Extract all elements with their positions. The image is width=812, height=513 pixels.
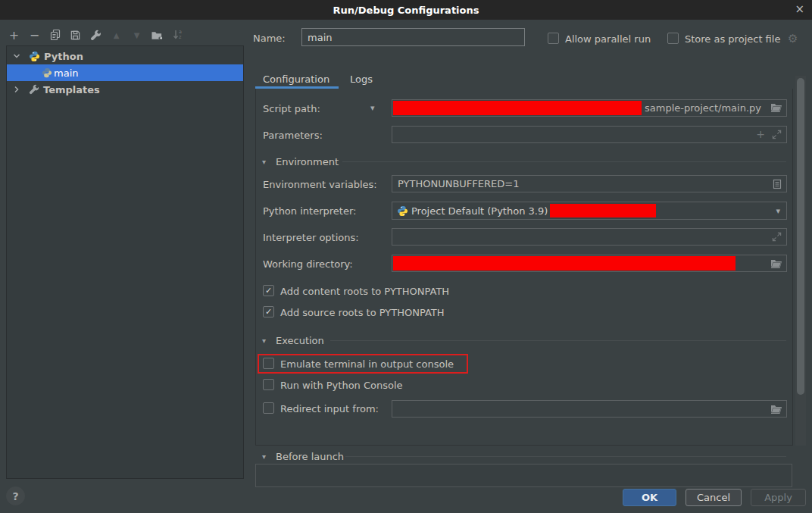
environment-variables-input[interactable]: PYTHONUNBUFFERED=1 bbox=[392, 175, 787, 192]
move-up-button[interactable]: ▲ bbox=[110, 29, 123, 42]
dialog-title: Run/Debug Configurations bbox=[333, 5, 479, 16]
edit-templates-wrench-icon[interactable] bbox=[89, 29, 102, 42]
allow-parallel-run-checkbox[interactable] bbox=[548, 33, 559, 44]
environment-section-caret-icon[interactable]: ▾ bbox=[262, 158, 266, 166]
folder-icon[interactable] bbox=[770, 102, 782, 113]
python-interpreter-label: Python interpreter: bbox=[263, 205, 356, 217]
before-launch-task-list[interactable] bbox=[255, 464, 792, 487]
before-launch-section-caret-icon[interactable]: ▾ bbox=[262, 452, 266, 461]
name-input[interactable]: main bbox=[301, 28, 525, 46]
tab-configuration[interactable]: Configuration bbox=[263, 74, 329, 85]
close-icon[interactable]: × bbox=[795, 2, 804, 16]
python-logo-icon bbox=[397, 205, 408, 217]
new-folder-icon[interactable] bbox=[151, 29, 164, 42]
check-icon: ✓ bbox=[265, 286, 272, 296]
ok-button[interactable]: OK bbox=[623, 489, 676, 506]
tree-item-python[interactable]: Python bbox=[7, 48, 243, 64]
execution-section-caret-icon[interactable]: ▾ bbox=[262, 336, 266, 345]
script-path-label: Script path: bbox=[263, 103, 320, 114]
svg-text:z: z bbox=[179, 34, 182, 40]
configurations-toolbar: + − ▲ ▼ bbox=[8, 27, 184, 42]
before-launch-section-label[interactable]: Before launch bbox=[276, 451, 344, 462]
emulate-terminal-label[interactable]: Emulate terminal in output console bbox=[280, 358, 454, 370]
cancel-button-label: Cancel bbox=[697, 492, 730, 503]
environment-variables-label: Environment variables: bbox=[263, 179, 377, 190]
tree-item-main[interactable]: main bbox=[7, 64, 243, 81]
interpreter-options-label: Interpreter options: bbox=[263, 232, 359, 243]
python-logo-icon bbox=[29, 51, 40, 62]
store-as-project-file-checkbox[interactable] bbox=[667, 33, 679, 44]
run-with-python-console-label[interactable]: Run with Python Console bbox=[280, 380, 403, 391]
environment-section-label[interactable]: Environment bbox=[276, 156, 339, 167]
allow-parallel-run-label[interactable]: Allow parallel run bbox=[565, 33, 651, 45]
redirect-input-label[interactable]: Redirect input from: bbox=[280, 403, 379, 414]
apply-button[interactable]: Apply bbox=[751, 489, 806, 506]
redirect-input-checkbox[interactable] bbox=[263, 402, 274, 414]
macros-plus-icon[interactable]: + bbox=[756, 128, 765, 140]
script-path-dropdown-caret-icon[interactable]: ▾ bbox=[370, 103, 375, 113]
help-button[interactable]: ? bbox=[6, 486, 25, 505]
folder-icon[interactable] bbox=[770, 404, 782, 414]
cancel-button[interactable]: Cancel bbox=[686, 489, 742, 506]
apply-button-label: Apply bbox=[764, 492, 792, 503]
parameters-label: Parameters: bbox=[263, 130, 323, 141]
tab-logs[interactable]: Logs bbox=[350, 74, 373, 85]
run-with-python-console-checkbox[interactable] bbox=[263, 379, 274, 390]
expand-field-icon[interactable] bbox=[772, 130, 782, 139]
help-icon: ? bbox=[12, 490, 18, 502]
redaction-overlay bbox=[393, 101, 642, 115]
python-script-icon bbox=[42, 67, 52, 78]
chevron-right-icon[interactable] bbox=[13, 86, 23, 93]
store-as-project-file-label[interactable]: Store as project file bbox=[685, 33, 780, 45]
gear-icon[interactable]: ⚙ bbox=[788, 32, 798, 45]
configurations-tree-panel: Python main Templates bbox=[6, 45, 244, 479]
templates-wrench-icon bbox=[29, 84, 39, 95]
environment-variables-value: PYTHONUNBUFFERED=1 bbox=[398, 178, 519, 189]
parameters-input[interactable]: + bbox=[392, 126, 787, 143]
run-debug-configurations-dialog: Run/Debug Configurations × + − ▲ ▼ bbox=[0, 0, 812, 513]
interpreter-dropdown-caret-icon[interactable]: ▾ bbox=[776, 206, 780, 216]
folder-icon[interactable] bbox=[770, 258, 782, 269]
expand-field-icon[interactable] bbox=[772, 232, 782, 242]
remove-configuration-button[interactable]: − bbox=[28, 29, 41, 42]
scrollbar-thumb[interactable] bbox=[797, 78, 804, 395]
python-interpreter-value: Project Default (Python 3.9) bbox=[411, 205, 548, 217]
script-path-value: sample-project/main.py bbox=[645, 102, 761, 114]
chevron-down-icon[interactable] bbox=[13, 52, 23, 60]
browse-variables-icon[interactable] bbox=[773, 179, 782, 189]
ok-button-label: OK bbox=[642, 492, 657, 503]
redaction-overlay bbox=[550, 204, 656, 217]
interpreter-options-input[interactable] bbox=[392, 228, 787, 246]
move-down-button[interactable]: ▼ bbox=[130, 29, 143, 42]
name-label: Name: bbox=[253, 33, 286, 44]
name-value: main bbox=[308, 32, 332, 43]
add-source-roots-checkbox[interactable]: ✓ bbox=[263, 306, 274, 317]
execution-section-label[interactable]: Execution bbox=[276, 335, 324, 346]
tree-item-label: Python bbox=[44, 51, 83, 62]
sort-configurations-icon[interactable]: a z bbox=[171, 29, 184, 42]
title-bar: Run/Debug Configurations bbox=[0, 0, 812, 20]
redaction-overlay bbox=[393, 256, 735, 271]
tree-item-label: main bbox=[54, 67, 78, 79]
copy-configuration-icon[interactable] bbox=[48, 29, 61, 42]
section-divider bbox=[342, 161, 786, 162]
section-divider bbox=[345, 456, 786, 457]
save-configuration-icon[interactable] bbox=[69, 29, 82, 42]
add-configuration-button[interactable]: + bbox=[8, 29, 20, 42]
add-content-roots-label[interactable]: Add content roots to PYTHONPATH bbox=[280, 286, 449, 297]
active-tab-underline bbox=[255, 86, 339, 89]
tree-item-templates[interactable]: Templates bbox=[7, 81, 243, 98]
check-icon: ✓ bbox=[265, 307, 272, 317]
section-divider bbox=[330, 340, 786, 341]
add-content-roots-checkbox[interactable]: ✓ bbox=[263, 285, 274, 296]
redirect-input-file-input[interactable] bbox=[392, 400, 787, 418]
emulate-terminal-checkbox[interactable] bbox=[263, 358, 274, 369]
working-directory-label: Working directory: bbox=[263, 258, 353, 270]
tree-item-label: Templates bbox=[43, 84, 100, 95]
add-source-roots-label[interactable]: Add source roots to PYTHONPATH bbox=[280, 307, 445, 318]
